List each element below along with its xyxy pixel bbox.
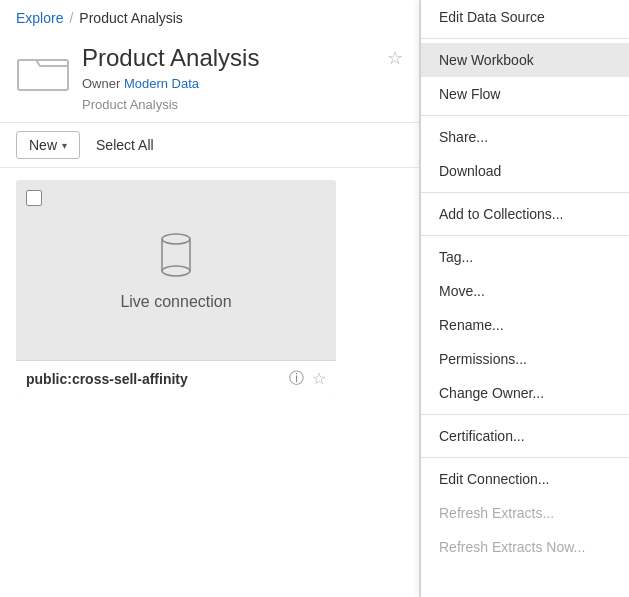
menu-item-edit-data-source[interactable]: Edit Data Source xyxy=(421,0,629,34)
card-footer: public:cross-sell-affinity ⓘ ☆ xyxy=(16,360,336,396)
tag-text: Product Analysis xyxy=(82,97,178,112)
tag-row: Product Analysis xyxy=(82,97,403,112)
card-favorite-icon[interactable]: ☆ xyxy=(312,369,326,388)
menu-divider-4 xyxy=(421,235,629,236)
owner-row: Owner Modern Data xyxy=(82,76,403,91)
menu-item-move[interactable]: Move... xyxy=(421,274,629,308)
favorite-star-icon[interactable]: ☆ xyxy=(387,47,403,69)
menu-divider-1 xyxy=(421,38,629,39)
svg-point-1 xyxy=(162,234,190,244)
select-all-button[interactable]: Select All xyxy=(92,132,158,158)
toolbar: New ▾ Select All xyxy=(0,122,419,168)
menu-item-tag[interactable]: Tag... xyxy=(421,240,629,274)
menu-divider-2 xyxy=(421,115,629,116)
info-icon[interactable]: ⓘ xyxy=(289,369,304,388)
menu-item-certification[interactable]: Certification... xyxy=(421,419,629,453)
card-checkbox[interactable] xyxy=(26,190,42,206)
menu-item-refresh-extracts-now: Refresh Extracts Now... xyxy=(421,530,629,564)
menu-item-new-workbook[interactable]: New Workbook xyxy=(421,43,629,77)
menu-item-new-flow[interactable]: New Flow xyxy=(421,77,629,111)
header-text: Product Analysis ☆ Owner Modern Data Pro… xyxy=(82,44,403,112)
owner-label: Owner xyxy=(82,76,120,91)
page-title: Product Analysis xyxy=(82,44,259,72)
breadcrumb-current: Product Analysis xyxy=(79,10,183,26)
menu-item-change-owner[interactable]: Change Owner... xyxy=(421,376,629,410)
left-panel: Explore / Product Analysis Product Analy… xyxy=(0,0,420,597)
menu-item-add-to-collections[interactable]: Add to Collections... xyxy=(421,197,629,231)
menu-item-edit-connection[interactable]: Edit Connection... xyxy=(421,462,629,496)
content-header: Product Analysis ☆ Owner Modern Data Pro… xyxy=(0,36,419,122)
menu-item-permissions[interactable]: Permissions... xyxy=(421,342,629,376)
breadcrumb: Explore / Product Analysis xyxy=(0,0,419,36)
card-visual: Live connection xyxy=(16,180,336,360)
menu-divider-3 xyxy=(421,192,629,193)
new-button-label: New xyxy=(29,137,57,153)
menu-divider-6 xyxy=(421,457,629,458)
data-card: Live connection public:cross-sell-affini… xyxy=(16,180,336,396)
owner-link[interactable]: Modern Data xyxy=(124,76,199,91)
svg-point-5 xyxy=(162,266,190,276)
breadcrumb-separator: / xyxy=(69,10,73,26)
svg-rect-0 xyxy=(18,60,68,90)
new-button[interactable]: New ▾ xyxy=(16,131,80,159)
cylinder-icon xyxy=(156,229,196,281)
breadcrumb-explore-link[interactable]: Explore xyxy=(16,10,63,26)
menu-item-refresh-extracts: Refresh Extracts... xyxy=(421,496,629,530)
menu-item-rename[interactable]: Rename... xyxy=(421,308,629,342)
dropdown-panel: Edit Data Source New Workbook New Flow S… xyxy=(420,0,629,597)
chevron-down-icon: ▾ xyxy=(62,140,67,151)
live-connection-label: Live connection xyxy=(120,293,231,311)
card-area: Live connection public:cross-sell-affini… xyxy=(0,168,419,408)
menu-item-share[interactable]: Share... xyxy=(421,120,629,154)
card-name: public:cross-sell-affinity xyxy=(26,371,289,387)
folder-icon xyxy=(16,48,70,92)
menu-divider-5 xyxy=(421,414,629,415)
menu-item-download[interactable]: Download xyxy=(421,154,629,188)
